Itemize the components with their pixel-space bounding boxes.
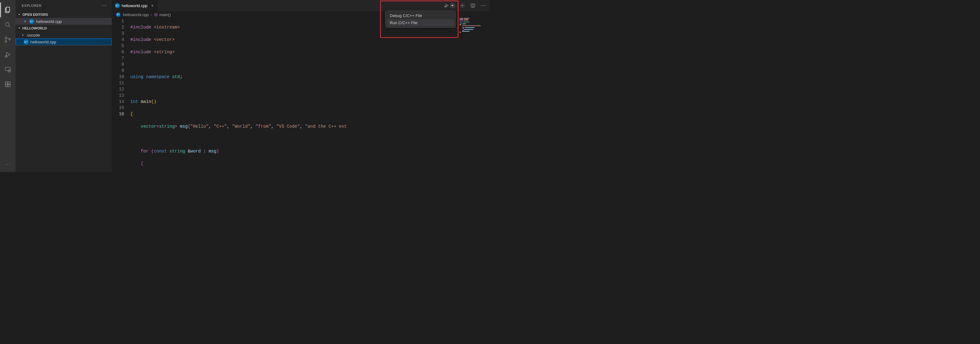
gear-icon: [460, 3, 465, 8]
cpp-file-icon: C⁺: [116, 13, 120, 17]
chevron-right-icon: ›: [151, 13, 152, 17]
activity-bar: ···: [0, 0, 16, 172]
breadcrumb-file[interactable]: helloworld.cpp: [123, 13, 149, 17]
menu-item-run[interactable]: Run C/C++ File: [387, 19, 454, 26]
open-editor-item[interactable]: C⁺ helloworld.cpp: [16, 18, 112, 25]
play-bug-icon: [444, 3, 449, 8]
tab-label: helloworld.cpp: [122, 3, 147, 8]
code-content[interactable]: #include <iostream> #include <vector> #i…: [130, 18, 490, 172]
activity-more[interactable]: ···: [0, 157, 15, 172]
cpp-file-icon: C⁺: [24, 40, 29, 44]
files-icon: [4, 6, 11, 14]
split-editor-button[interactable]: [469, 2, 477, 10]
svg-point-3: [5, 37, 7, 39]
open-editors-header[interactable]: OPEN EDITORS: [16, 11, 112, 18]
svg-marker-6: [6, 52, 10, 57]
tree-folder-vscode[interactable]: .vscode: [16, 32, 112, 38]
activity-explorer[interactable]: [0, 3, 15, 17]
remote-icon: [4, 66, 11, 73]
activity-extensions[interactable]: [0, 77, 15, 92]
folder-label: HELLOWORLD: [22, 26, 47, 30]
activity-search[interactable]: [0, 17, 15, 32]
symbol-method-icon: [154, 13, 158, 17]
settings-button[interactable]: [458, 2, 466, 10]
debug-icon: [4, 51, 11, 58]
svg-point-19: [444, 6, 445, 7]
svg-point-4: [5, 41, 7, 43]
svg-rect-12: [8, 85, 10, 87]
sidebar-title: EXPLORER: [22, 4, 102, 8]
svg-line-2: [9, 26, 10, 27]
close-icon[interactable]: [150, 3, 155, 8]
breadcrumb-symbol[interactable]: main(): [159, 13, 171, 17]
chevron-right-icon: [21, 33, 25, 38]
chevron-down-icon: [17, 26, 22, 31]
open-editor-label: helloworld.cpp: [36, 19, 62, 24]
menu-item-debug[interactable]: Debug C/C++ File: [387, 12, 454, 19]
activity-run-debug[interactable]: [0, 47, 15, 62]
tree-item-label: helloworld.cpp: [30, 40, 56, 44]
chevron-down-icon: [17, 12, 22, 17]
svg-marker-18: [446, 4, 448, 7]
ellipsis-icon: ···: [481, 3, 486, 8]
run-debug-button[interactable]: [444, 2, 456, 10]
svg-point-1: [6, 23, 9, 26]
open-editors-label: OPEN EDITORS: [22, 13, 48, 16]
minimap[interactable]: [460, 18, 487, 36]
svg-rect-8: [5, 67, 10, 71]
source-control-icon: [4, 36, 11, 43]
chevron-down-icon[interactable]: [450, 3, 455, 8]
run-debug-menu: Debug C/C++ File Run C/C++ File: [385, 11, 456, 28]
svg-point-5: [9, 39, 11, 40]
editor-area: C⁺ helloworld.cpp ···: [112, 0, 490, 172]
search-icon: [4, 21, 11, 29]
extensions-icon: [4, 81, 11, 88]
activity-remote[interactable]: [0, 62, 15, 77]
tree-item-label: .vscode: [26, 33, 40, 38]
line-gutter: 12345678910111213141516: [112, 18, 130, 172]
tab-helloworld[interactable]: C⁺ helloworld.cpp: [112, 0, 158, 11]
cpp-file-icon: C⁺: [115, 3, 120, 8]
folder-header[interactable]: HELLOWORLD: [16, 25, 112, 32]
code-editor[interactable]: 12345678910111213141516 #include <iostre…: [112, 18, 490, 172]
explorer-sidebar: EXPLORER ··· OPEN EDITORS C⁺ helloworld.…: [16, 0, 112, 172]
svg-point-20: [462, 5, 463, 6]
activity-source-control[interactable]: [0, 32, 15, 47]
svg-rect-11: [5, 85, 8, 87]
editor-more-button[interactable]: ···: [479, 2, 487, 10]
cpp-file-icon: C⁺: [29, 19, 34, 24]
svg-rect-13: [8, 82, 10, 84]
ellipsis-icon: ···: [5, 162, 10, 167]
tab-bar: C⁺ helloworld.cpp ···: [112, 0, 490, 11]
svg-rect-0: [6, 7, 10, 11]
close-icon[interactable]: [22, 19, 28, 24]
svg-rect-10: [5, 82, 8, 84]
tree-file-helloworld[interactable]: C⁺ helloworld.cpp: [16, 38, 112, 45]
split-icon: [471, 3, 476, 8]
sidebar-more-icon[interactable]: ···: [102, 3, 107, 8]
